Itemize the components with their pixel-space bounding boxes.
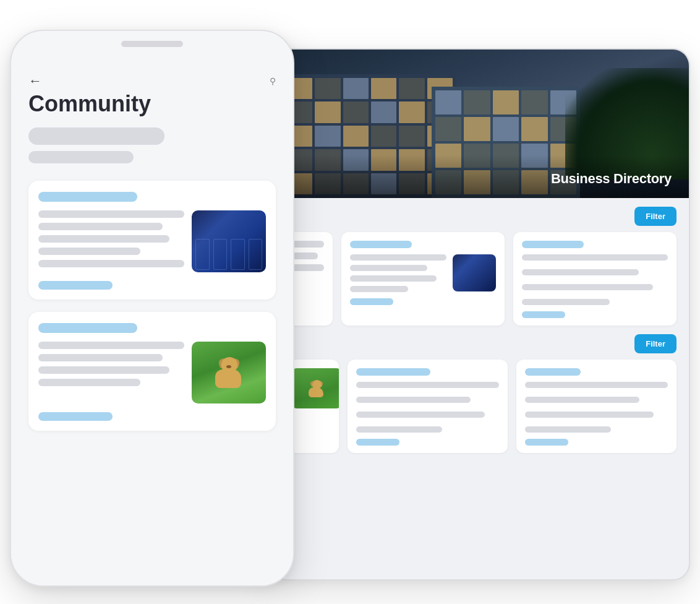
card-line	[38, 342, 184, 349]
scene: ← ⚲ Community	[10, 11, 690, 593]
phone-mockup: ← ⚲ Community	[10, 30, 294, 587]
tc-line	[356, 412, 485, 418]
page-title: Community	[28, 92, 276, 116]
hero-image: Business Directory	[271, 50, 689, 198]
phone-notch	[121, 41, 183, 47]
card-row-2	[283, 360, 677, 453]
card-body	[38, 210, 266, 272]
card-line	[38, 248, 140, 255]
hero-title: Business Directory	[551, 171, 672, 187]
tc-header-skeleton	[356, 368, 430, 376]
card-text-lines	[38, 342, 184, 403]
card-line	[38, 235, 169, 243]
dog-illustration	[210, 357, 247, 388]
card-footer-skeleton	[38, 412, 113, 421]
search-icon[interactable]: ⚲	[270, 76, 276, 86]
tc-header-skeleton	[525, 368, 581, 376]
card-line	[38, 354, 163, 361]
tablet-body: Filter	[271, 198, 689, 474]
phone-header: ← ⚲	[28, 73, 276, 89]
tc-footer-skeleton	[522, 311, 565, 318]
tc-lines	[356, 382, 499, 433]
tc-line	[356, 397, 471, 403]
tc-line	[525, 412, 654, 418]
card-header-skeleton	[38, 323, 137, 333]
tc-line	[356, 426, 442, 433]
tc-line	[350, 254, 446, 261]
card-footer-skeleton	[38, 281, 113, 290]
tc-line	[522, 269, 639, 275]
filter-button-1[interactable]: Filter	[634, 207, 677, 226]
card-line	[38, 210, 184, 218]
tc-line	[350, 265, 427, 271]
card-text-lines	[38, 210, 184, 272]
tc-line	[522, 254, 668, 261]
search-bar-skeleton	[28, 127, 164, 145]
card-line	[38, 379, 140, 386]
tc-line	[350, 275, 437, 282]
tc-header-skeleton	[522, 241, 584, 248]
card-line	[38, 366, 169, 374]
card-body	[38, 342, 266, 403]
tc-line	[525, 382, 668, 388]
card-image-dog	[192, 342, 266, 403]
tc-image-parking	[453, 254, 496, 291]
sub-bar-skeleton	[28, 151, 134, 163]
filter-button-2[interactable]: Filter	[634, 334, 677, 353]
tc-line	[522, 299, 610, 305]
filter-row-1: Filter	[283, 207, 677, 226]
tc-body	[350, 254, 496, 292]
tc-image-dog-partial	[292, 368, 339, 408]
tc-lines	[525, 382, 668, 433]
card-line	[38, 223, 163, 230]
tc-line	[522, 284, 653, 290]
tc-footer-skeleton	[525, 439, 568, 446]
back-arrow-icon[interactable]: ←	[28, 73, 42, 89]
tc-footer-skeleton	[350, 298, 393, 305]
tablet-card-4[interactable]	[516, 360, 677, 453]
tablet-content: Business Directory Filter	[271, 50, 689, 579]
tablet-card-2[interactable]	[513, 232, 677, 326]
tc-lines	[350, 254, 446, 292]
tc-line	[525, 397, 639, 403]
tc-lines	[522, 254, 668, 305]
dog-illustration-mini	[306, 380, 327, 397]
tc-header-skeleton	[350, 241, 412, 248]
filter-row-2: Filter	[283, 334, 677, 353]
card-row-1	[283, 232, 677, 326]
card-line	[38, 260, 184, 267]
tc-line	[350, 286, 408, 292]
tablet-mockup: Business Directory Filter	[270, 48, 690, 580]
phone-content: ← ⚲ Community	[11, 61, 293, 585]
tc-footer-skeleton	[356, 439, 399, 446]
tablet-card-3[interactable]	[348, 360, 508, 453]
card-header-skeleton	[38, 192, 137, 202]
community-card-1[interactable]	[28, 181, 276, 300]
tablet-card-parking[interactable]	[341, 232, 505, 326]
community-card-2[interactable]	[28, 312, 276, 431]
tc-line	[356, 382, 499, 388]
card-image-parking	[192, 210, 266, 272]
tc-line	[525, 426, 611, 433]
